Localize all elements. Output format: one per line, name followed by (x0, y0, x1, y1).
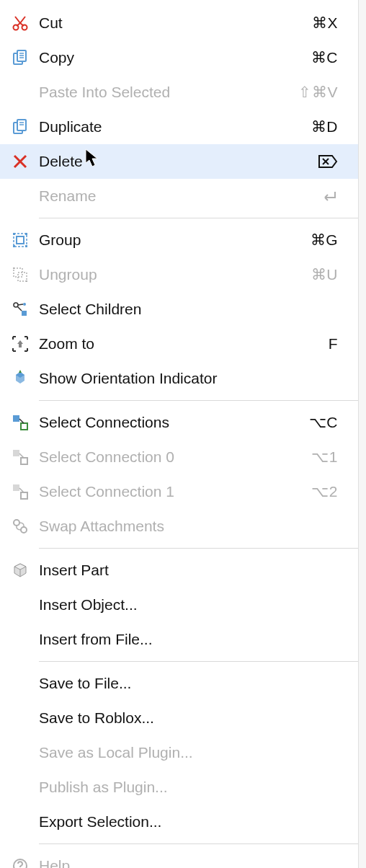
menu-item-show-orientation-indicator[interactable]: Show Orientation Indicator (0, 361, 358, 396)
menu-item-label: Select Connection 1 (39, 483, 311, 500)
blank-icon (9, 708, 32, 728)
menu-item-save-to-roblox[interactable]: Save to Roblox... (0, 701, 358, 735)
menu-item-select-connection-0: Select Connection 0⌥1 (0, 440, 358, 474)
svg-rect-23 (13, 267, 14, 269)
menu-item-label: Rename (39, 187, 321, 205)
svg-rect-31 (21, 458, 27, 464)
menu-item-label: Group (39, 231, 311, 249)
menu-item-zoom-to[interactable]: Zoom toF (0, 327, 358, 361)
group-icon (9, 230, 32, 250)
blank-icon (9, 595, 32, 615)
menu-item-label: Paste Into Selected (39, 84, 298, 101)
menu-item-label: Insert Part (39, 562, 338, 579)
menu-item-label: Publish as Plugin... (39, 779, 338, 796)
orientation-icon (9, 368, 32, 389)
menu-item-duplicate[interactable]: Duplicate⌘D (0, 110, 358, 144)
cut-icon (9, 13, 32, 33)
menu-item-rename: Rename (0, 179, 358, 213)
svg-rect-24 (26, 280, 27, 282)
svg-rect-33 (21, 492, 27, 499)
svg-rect-18 (25, 233, 27, 235)
menu-item-shortcut: ⌥C (309, 414, 338, 431)
menu-item-label: Show Orientation Indicator (39, 370, 338, 387)
menu-item-label: Select Connection 0 (39, 448, 311, 466)
menu-item-shortcut: ⌘G (311, 231, 338, 249)
blank-icon (9, 629, 32, 650)
blank-icon (9, 673, 32, 694)
svg-rect-16 (17, 236, 24, 244)
help-icon (9, 856, 32, 868)
blank-icon (9, 777, 32, 797)
menu-item-insert-part[interactable]: Insert Part (0, 553, 358, 588)
menu-item-shortcut: ⌘C (311, 49, 338, 66)
menu-separator (39, 548, 358, 549)
svg-rect-17 (13, 233, 15, 235)
menu-item-shortcut: ⌘D (311, 118, 338, 136)
menu-item-label: Insert Object... (39, 596, 338, 614)
duplicate-icon (9, 117, 32, 137)
menu-item-insert-from-file[interactable]: Insert from File... (0, 622, 358, 657)
menu-item-label: Zoom to (39, 335, 329, 353)
ungroup-icon (9, 265, 32, 285)
menu-item-delete[interactable]: Delete (0, 144, 358, 179)
menu-item-label: Export Selection... (39, 813, 338, 831)
svg-point-34 (14, 520, 19, 526)
svg-rect-19 (13, 245, 15, 247)
menu-item-label: Help (39, 857, 338, 868)
menu-item-shortcut: ⌥1 (311, 448, 338, 466)
menu-item-group[interactable]: Group⌘G (0, 223, 358, 257)
menu-item-insert-object[interactable]: Insert Object... (0, 588, 358, 622)
svg-rect-32 (13, 484, 19, 491)
menu-item-label: Copy (39, 49, 311, 66)
blank-icon (9, 743, 32, 763)
svg-point-27 (23, 303, 26, 306)
menu-item-shortcut: ⌘U (311, 266, 338, 283)
delete-icon (9, 151, 32, 172)
menu-item-publish-as-plugin: Publish as Plugin... (0, 770, 358, 805)
select-connection-0-icon (9, 447, 32, 467)
menu-item-help: Help (0, 849, 358, 868)
menu-item-shortcut (321, 189, 338, 203)
menu-item-shortcut: ⌘X (312, 14, 338, 32)
menu-item-select-children[interactable]: Select Children (0, 292, 358, 327)
svg-rect-15 (14, 234, 27, 247)
menu-item-save-to-file[interactable]: Save to File... (0, 666, 358, 701)
right-strip (359, 0, 366, 868)
menu-item-label: Duplicate (39, 118, 311, 136)
menu-separator (39, 218, 358, 218)
menu-item-label: Save to File... (39, 675, 338, 692)
menu-item-paste-into-selected: Paste Into Selected⇧⌘V (0, 75, 358, 110)
menu-item-ungroup: Ungroup⌘U (0, 257, 358, 292)
menu-item-label: Swap Attachments (39, 518, 338, 535)
menu-item-shortcut: ⇧⌘V (298, 84, 338, 101)
menu-item-cut[interactable]: Cut⌘X (0, 6, 358, 40)
menu-item-label: Save as Local Plugin... (39, 744, 338, 761)
menu-item-shortcut: ⌥2 (311, 483, 338, 500)
menu-separator (39, 661, 358, 662)
menu-item-copy[interactable]: Copy⌘C (0, 40, 358, 75)
zoom-to-icon (9, 334, 32, 354)
menu-item-label: Cut (39, 14, 312, 32)
menu-item-select-connections[interactable]: Select Connections⌥C (0, 405, 358, 440)
select-children-icon (9, 299, 32, 319)
menu-item-save-as-local-plugin: Save as Local Plugin... (0, 735, 358, 770)
insert-part-icon (9, 560, 32, 580)
blank-icon (9, 812, 32, 832)
blank-icon (9, 186, 32, 206)
swap-attachments-icon (9, 516, 32, 536)
menu-item-label: Select Connections (39, 414, 309, 431)
menu-item-shortcut (318, 154, 338, 169)
svg-rect-26 (22, 311, 27, 316)
copy-icon (9, 48, 32, 68)
menu-separator (39, 843, 358, 844)
menu-item-export-selection[interactable]: Export Selection... (0, 805, 358, 839)
svg-rect-29 (21, 423, 27, 430)
menu-item-label: Select Children (39, 301, 338, 318)
select-connections-icon (9, 412, 32, 433)
blank-icon (9, 82, 32, 102)
svg-rect-30 (13, 450, 19, 456)
menu-item-shortcut: F (329, 335, 338, 353)
svg-rect-28 (13, 415, 19, 422)
select-connection-1-icon (9, 482, 32, 502)
menu-item-label: Insert from File... (39, 631, 338, 648)
